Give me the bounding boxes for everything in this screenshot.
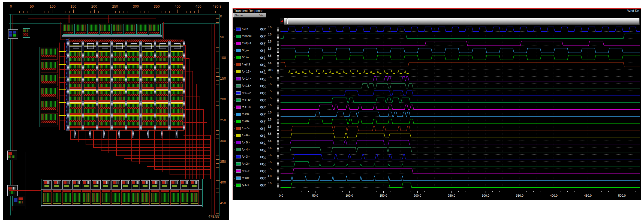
- signal-color-swatch[interactable]: [236, 184, 241, 187]
- y-axis-mini-ruler-icon: [277, 98, 279, 103]
- layout-shape: [16, 15, 16, 211]
- ruler-label: 300: [133, 4, 139, 8]
- signal-name[interactable]: /y<7>: [242, 183, 249, 187]
- x: [89, 130, 91, 138]
- layout-cell: [41, 87, 58, 99]
- tree-dots-icon: [234, 50, 235, 51]
- signal-name[interactable]: /p<13>: [242, 84, 251, 87]
- layout-shape: [162, 181, 165, 184]
- signal-color-swatch[interactable]: [236, 113, 241, 116]
- signal-color-swatch[interactable]: [236, 134, 241, 137]
- layout-shape: [146, 181, 148, 184]
- y-axis-top-value: 5.5: [268, 139, 276, 142]
- layout-shape: [63, 203, 71, 204]
- layout-shape: [170, 130, 170, 175]
- layout-cell: [43, 180, 52, 189]
- signal-color-swatch[interactable]: [236, 106, 241, 109]
- signal-name[interactable]: /p<11>: [242, 98, 251, 101]
- signal-color-swatch[interactable]: [236, 141, 241, 144]
- signal-color-swatch[interactable]: [236, 169, 241, 173]
- scrollbar-thumb[interactable]: [287, 19, 288, 24]
- layout-shape: [116, 130, 117, 155]
- signal-color-swatch[interactable]: [236, 35, 241, 38]
- signal-name[interactable]: /p<9>: [242, 112, 249, 116]
- layout-shape: [93, 181, 96, 184]
- signal-color-swatch[interactable]: [236, 70, 241, 73]
- y-axis-top-value: 5.5: [268, 76, 276, 79]
- signal-name[interactable]: /p<1>: [242, 169, 249, 172]
- signal-color-swatch[interactable]: [236, 162, 241, 166]
- layout-shape: [59, 43, 60, 130]
- layout-shape: [41, 114, 56, 120]
- signal-row: /p<5>(V)5.5: [233, 139, 641, 146]
- signal-name[interactable]: /p<14>: [242, 77, 251, 80]
- layout-shape: [8, 187, 12, 190]
- layout-shape: [57, 181, 60, 184]
- tree-dots-icon: [234, 57, 235, 58]
- vis-column-header[interactable]: Vis: [258, 13, 266, 17]
- layout-canvas[interactable]: [3, 2, 229, 220]
- signal-name[interactable]: /p<4>: [242, 148, 249, 151]
- signal-color-swatch[interactable]: [236, 77, 241, 80]
- layout-cell: [180, 180, 189, 189]
- signal-color-swatch[interactable]: [236, 63, 241, 66]
- signal-name[interactable]: /p<6>: [242, 134, 249, 137]
- signal-color-swatch[interactable]: [236, 42, 241, 45]
- signal-name[interactable]: /X_in: [242, 49, 249, 52]
- layout-shape: [162, 185, 167, 187]
- layout-shape: [54, 181, 57, 184]
- layout-shape: [132, 181, 135, 184]
- ruler-label: 200: [91, 4, 97, 8]
- layout-cell: [75, 24, 87, 35]
- waveform-panel: Transient Response Wed De Name Vis ◀ /CL…: [233, 8, 641, 200]
- signal-name[interactable]: /p<5>: [242, 141, 249, 144]
- layout-shape: [47, 181, 50, 184]
- signal-color-swatch[interactable]: [236, 56, 241, 59]
- signal-name[interactable]: /output: [242, 41, 251, 45]
- signal-color-swatch[interactable]: [236, 98, 241, 102]
- y-axis-top-value: 5.5: [268, 125, 276, 128]
- y-axis-mini-ruler-icon: [277, 148, 279, 152]
- tree-dots-icon: [234, 171, 235, 172]
- scrollbar-left-arrow-icon[interactable]: ◀: [280, 18, 284, 24]
- ruler-label: 100: [50, 4, 56, 8]
- signal-color-swatch[interactable]: [236, 176, 241, 180]
- signal-color-swatch[interactable]: [236, 127, 241, 130]
- tree-dots-icon: [234, 178, 235, 179]
- y-axis-top-value: 70.0: [268, 68, 276, 71]
- name-column-header[interactable]: Name: [233, 13, 258, 17]
- signal-name[interactable]: /p<3>: [242, 155, 249, 158]
- signal-color-swatch[interactable]: [236, 148, 241, 151]
- signal-name[interactable]: /p<10>: [242, 105, 251, 109]
- signal-name[interactable]: /Y_in: [242, 56, 249, 59]
- signal-name[interactable]: /p<0>: [242, 176, 249, 179]
- signal-name[interactable]: /CLK: [242, 27, 248, 31]
- layout-shape: [15, 15, 15, 211]
- x-axis-tick-label: 300.0: [482, 194, 489, 197]
- signal-name[interactable]: /p<2>: [242, 162, 249, 165]
- layout-shape: [101, 130, 101, 150]
- layout-shape: [171, 193, 179, 202]
- signal-name[interactable]: /p<15>: [242, 70, 251, 73]
- tree-dots-icon: [234, 164, 235, 164]
- signal-color-swatch[interactable]: [236, 49, 241, 52]
- signal-color-swatch[interactable]: [236, 120, 241, 123]
- layout-shape: [44, 181, 47, 184]
- signal-color-swatch[interactable]: [236, 28, 241, 31]
- layout-shape: [102, 203, 110, 204]
- signal-name[interactable]: /enable: [242, 34, 252, 38]
- signal-row: /enable(V)5.5: [233, 33, 641, 40]
- signal-name[interactable]: /p<7>: [242, 127, 249, 130]
- layout-shape: [152, 185, 157, 187]
- layout-shape: [8, 152, 12, 155]
- signal-color-swatch[interactable]: [236, 84, 241, 88]
- layout-shape: [149, 25, 159, 31]
- signal-name[interactable]: /net42: [242, 63, 250, 66]
- signal-color-swatch[interactable]: [236, 91, 241, 95]
- signal-name[interactable]: /p<8>: [242, 119, 249, 123]
- layout-cell: [124, 24, 136, 35]
- signal-name[interactable]: /p<12>: [242, 91, 251, 94]
- layout-shape: [142, 181, 145, 184]
- signal-color-swatch[interactable]: [236, 155, 241, 158]
- y-axis-mini-ruler-icon: [277, 183, 279, 188]
